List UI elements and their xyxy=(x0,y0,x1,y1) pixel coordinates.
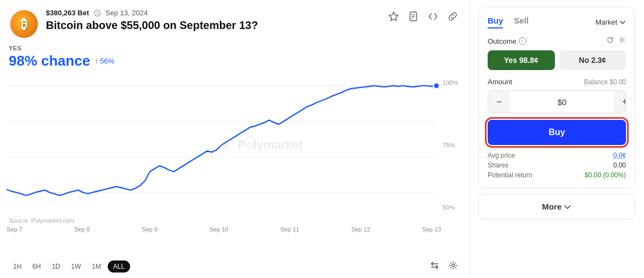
market-date: Sep 13, 2024 xyxy=(106,9,148,17)
filter-1h[interactable]: 1H xyxy=(9,260,26,273)
y-label-50: 50% xyxy=(443,204,458,211)
svg-point-11 xyxy=(434,83,440,89)
header-icons xyxy=(388,9,458,25)
shares-row: Shares 0.00 xyxy=(488,161,626,169)
chance-row: 98% chance ↑ 56% xyxy=(9,53,458,70)
yes-outcome-btn[interactable]: Yes 98.8¢ xyxy=(488,50,555,70)
swap-icon[interactable] xyxy=(430,260,440,273)
x-sep12: Sep 12 xyxy=(351,226,370,233)
potential-return-value: $0.00 (0.00%) xyxy=(585,171,626,179)
right-panel: Buy Sell Market Outcome i xyxy=(469,0,644,278)
trade-stats: Avg price 0.0¢ Shares 0.00 Potential ret… xyxy=(488,152,626,179)
filter-1d[interactable]: 1D xyxy=(48,260,65,273)
document-icon[interactable] xyxy=(408,11,419,25)
buy-button[interactable]: Buy xyxy=(488,120,626,145)
outcome-buttons: Yes 98.8¢ No 2.3¢ xyxy=(488,50,626,70)
tab-buy[interactable]: Buy xyxy=(488,16,503,28)
chevron-down-icon xyxy=(619,19,626,26)
svg-point-13 xyxy=(621,39,623,41)
chart-controls: 1H 6H 1D 1W 1M ALL xyxy=(9,260,458,273)
market-logo: ₿ xyxy=(9,9,39,39)
chart-y-labels: 100% 75% 50% xyxy=(443,74,458,216)
filter-all[interactable]: ALL xyxy=(108,260,130,273)
more-label: More xyxy=(542,202,572,211)
filter-6h[interactable]: 6H xyxy=(28,260,45,273)
avg-price-value: 0.0¢ xyxy=(613,152,626,159)
btc-symbol: ₿ xyxy=(21,16,27,32)
x-sep9: Sep 9 xyxy=(142,226,157,233)
time-filters: 1H 6H 1D 1W 1M ALL xyxy=(9,260,130,273)
outcome-icons xyxy=(606,36,626,46)
more-card[interactable]: More xyxy=(478,194,635,219)
filter-1m[interactable]: 1M xyxy=(87,260,106,273)
link-icon[interactable] xyxy=(447,11,458,25)
amount-input-row: − + xyxy=(488,90,626,113)
x-sep8: Sep 8 xyxy=(74,226,90,233)
y-label-100: 100% xyxy=(443,79,458,86)
trade-tabs: Buy Sell Market xyxy=(488,16,626,28)
chart-container: Polymarket 100% 75% 50% xyxy=(7,74,460,216)
market-type-selector[interactable]: Market xyxy=(595,18,626,26)
shares-value: 0.00 xyxy=(613,161,626,169)
star-icon[interactable] xyxy=(388,11,399,25)
more-chevron-icon xyxy=(564,203,571,211)
x-sep11: Sep 11 xyxy=(280,226,300,233)
clock-icon xyxy=(93,9,101,17)
header-left: ₿ $380,263 Bet Sep 13, 2024 Bitcoin abov… xyxy=(9,9,258,39)
amount-input[interactable] xyxy=(510,97,614,107)
svg-point-12 xyxy=(452,264,455,267)
amount-row: Amount Balance $0.00 xyxy=(488,78,626,86)
header-text: $380,263 Bet Sep 13, 2024 Bitcoin above … xyxy=(46,9,258,32)
amount-label: Amount xyxy=(488,78,512,86)
chance-value: 98% chance xyxy=(9,53,90,70)
refresh-icon[interactable] xyxy=(606,36,614,46)
main-content: ₿ $380,263 Bet Sep 13, 2024 Bitcoin abov… xyxy=(0,0,469,278)
bet-amount: $380,263 Bet xyxy=(46,9,89,17)
outcome-label-text: Outcome i xyxy=(488,37,526,45)
x-sep10: Sep 10 xyxy=(209,226,229,233)
trade-card: Buy Sell Market Outcome i xyxy=(478,7,635,188)
gear-icon[interactable] xyxy=(618,36,626,46)
settings-icon[interactable] xyxy=(448,260,458,273)
yes-label: YES xyxy=(9,45,458,51)
avg-price-row: Avg price 0.0¢ xyxy=(488,152,626,159)
chart-right-icons xyxy=(430,260,458,273)
decrease-amount-btn[interactable]: − xyxy=(488,91,510,113)
btc-logo-inner: ₿ xyxy=(10,10,38,38)
header-row: ₿ $380,263 Bet Sep 13, 2024 Bitcoin abov… xyxy=(9,9,458,39)
shares-label: Shares xyxy=(488,161,508,169)
polymarket-watermark: Polymarket xyxy=(216,136,303,154)
chance-change: ↑ 56% xyxy=(95,57,114,65)
tab-group: Buy Sell xyxy=(488,16,529,28)
chart-area: Polymarket 100% 75% 50% Sou xyxy=(7,74,460,256)
outcome-row: Outcome i xyxy=(488,36,626,46)
balance-label: Balance $0.00 xyxy=(584,78,626,86)
watermark-text: Polymarket xyxy=(238,138,303,152)
increase-amount-btn[interactable]: + xyxy=(614,91,626,113)
filter-1w[interactable]: 1W xyxy=(67,260,85,273)
code-icon[interactable] xyxy=(428,11,438,25)
tab-sell[interactable]: Sell xyxy=(514,16,529,28)
x-sep13: Sep 13 xyxy=(422,226,441,233)
bet-info: $380,263 Bet Sep 13, 2024 xyxy=(46,9,258,17)
potential-return-row: Potential return $0.00 (0.00%) xyxy=(488,171,626,179)
no-outcome-btn[interactable]: No 2.3¢ xyxy=(559,50,627,70)
market-title: Bitcoin above $55,000 on September 13? xyxy=(46,18,258,32)
outcome-info-icon: i xyxy=(519,37,526,45)
market-type-label: Market xyxy=(595,18,617,26)
avg-price-label: Avg price xyxy=(488,152,515,159)
y-label-75: 75% xyxy=(443,142,458,148)
x-axis: Sep 7 Sep 8 Sep 9 Sep 10 Sep 11 Sep 12 S… xyxy=(7,224,441,233)
x-sep7: Sep 7 xyxy=(7,226,22,233)
chart-source: Source: Polymarket.com xyxy=(9,217,460,224)
potential-return-label: Potential return xyxy=(488,171,532,179)
